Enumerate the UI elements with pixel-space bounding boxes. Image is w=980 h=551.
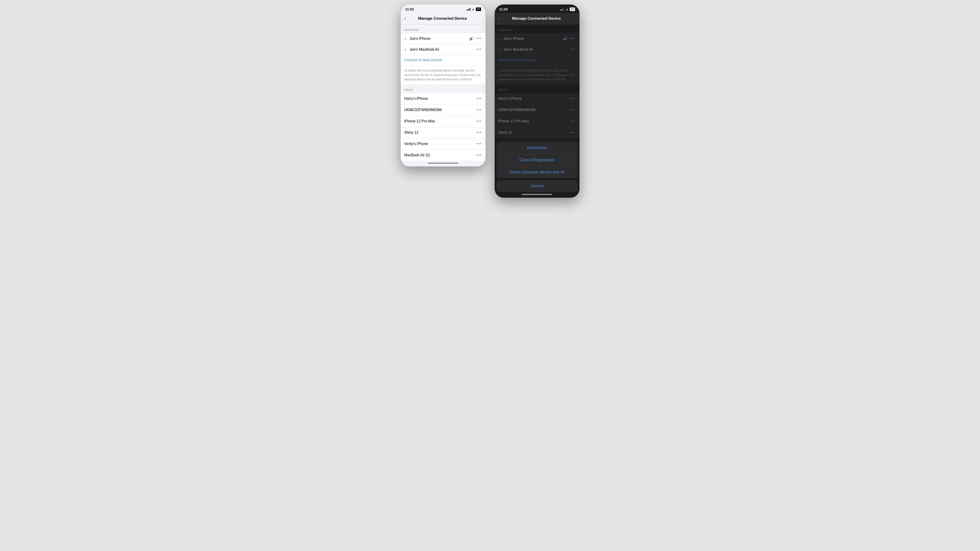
connected-device-item-2-right: 2. Joe's MacBook Air ••• — [495, 44, 579, 55]
switch-playback-label: Switch playback device and fix — [509, 170, 565, 175]
more-icon-1-right: ••• — [570, 36, 576, 41]
signal-icon — [466, 8, 471, 11]
info-text-left: To switch the music playback device manu… — [401, 65, 485, 84]
content-left: Connected 1. Joe's iPhone 🔊 ••• 2. Joe's… — [401, 24, 485, 161]
paired-more-1[interactable]: ••• — [476, 96, 482, 101]
home-bar-right — [522, 194, 552, 195]
disconnect-label: Disconnect — [527, 145, 547, 150]
left-phone: 11:53 ▲ 77 ‹ Manage Connected Device Con… — [401, 5, 485, 167]
paired-header-right: Paired — [495, 84, 579, 93]
nav-bar-right: ‹ Manage Connected Device — [495, 13, 579, 24]
paired-more-r3: ••• — [570, 119, 576, 124]
paired-device-name-6: MacBook Air (2) — [404, 153, 476, 157]
back-button-left[interactable]: ‹ — [404, 16, 406, 22]
cancel-button[interactable]: Cancel — [496, 180, 578, 192]
paired-device-macbook2[interactable]: MacBook Air (2) ••• — [401, 150, 485, 161]
connected-device-item-1-right: 1. Joe's iPhone 🔊 ••• — [495, 33, 579, 44]
battery-right: 77 — [570, 8, 575, 11]
status-icons-right: ▲ 77 — [560, 8, 575, 11]
paired-more-r2: ••• — [570, 108, 576, 113]
paired-header-left: Paired — [401, 84, 485, 93]
signal-bar-1 — [466, 10, 467, 11]
signal-bar-3 — [469, 9, 469, 11]
more-icon-1-left[interactable]: ••• — [476, 36, 482, 41]
switch-playback-button[interactable]: Switch playback device and fix — [496, 166, 578, 178]
device-number-2-right: 2. — [498, 48, 504, 51]
signal-bar-2 — [468, 9, 468, 11]
paired-device-name-4: Shiny 12 — [404, 130, 476, 135]
device-number-1-left: 1. — [404, 37, 410, 40]
paired-more-3[interactable]: ••• — [476, 119, 482, 124]
connected-header-right: Connected — [495, 24, 579, 33]
paired-device-veritys-iphone[interactable]: Verity's iPhone ••• — [401, 138, 485, 150]
paired-name-r1: Harry's iPhone — [498, 97, 570, 101]
paired-device-name-1: Harry's iPhone — [404, 97, 476, 101]
paired-more-5[interactable]: ••• — [476, 141, 482, 146]
paired-name-r2: UKMC02FW6B4MD6M — [498, 108, 570, 112]
home-indicator-right — [495, 192, 579, 198]
paired-device-iphone12[interactable]: iPhone 12 Pro Max ••• — [401, 116, 485, 127]
speaker-icon-right: 🔊 — [563, 37, 568, 41]
status-bar-right: 11:54 ▲ 77 — [495, 5, 579, 13]
paired-device-list-left: Harry's iPhone ••• UKMC02FW6B4MD6M ••• i… — [401, 93, 485, 161]
more-icon-2-left[interactable]: ••• — [476, 47, 482, 52]
signal-bar-r3 — [563, 9, 563, 11]
paired-more-r1: ••• — [570, 96, 576, 101]
signal-bar-r1 — [560, 10, 561, 11]
nav-title-right: Manage Connected Device — [503, 16, 570, 21]
paired-device-name-5: Verity's iPhone — [404, 142, 476, 146]
paired-device-harrys-iphone[interactable]: Harry's iPhone ••• — [401, 93, 485, 105]
signal-bar-r4 — [564, 8, 564, 11]
paired-device-r2: UKMC02FW6B4MD6M ••• — [495, 105, 579, 116]
action-sheet-container: Disconnect Cancel Registration Switch pl… — [495, 138, 579, 192]
connect-new-left[interactable]: Connect to New Device — [401, 55, 485, 65]
speaker-icon-left: 🔊 — [469, 37, 474, 41]
paired-device-ukmc[interactable]: UKMC02FW6B4MD6M ••• — [401, 105, 485, 116]
device-number-1-right: 1. — [498, 37, 504, 40]
paired-device-r3: iPhone 12 Pro Max ••• — [495, 116, 579, 127]
cancel-registration-button[interactable]: Cancel Registration — [496, 154, 578, 166]
right-phone: 11:54 ▲ 77 ‹ Manage Connected Device Con… — [495, 5, 579, 198]
connected-device-list-left: 1. Joe's iPhone 🔊 ••• 2. Joe's MacBook A… — [401, 33, 485, 84]
signal-bar-r2 — [562, 9, 562, 11]
device-number-2-left: 2. — [404, 48, 410, 51]
paired-name-r3: iPhone 12 Pro Max — [498, 119, 570, 123]
device-name-2-right: Joe's MacBook Air — [504, 48, 570, 52]
info-text-right: To switch the music playback device manu… — [495, 65, 579, 84]
time-left: 11:53 — [405, 7, 414, 11]
paired-device-name-3: iPhone 12 Pro Max — [404, 119, 476, 123]
nav-bar-left: ‹ Manage Connected Device — [401, 13, 485, 24]
status-icons-left: ▲ 77 — [466, 8, 481, 11]
paired-more-4[interactable]: ••• — [476, 130, 482, 135]
action-sheet: Disconnect Cancel Registration Switch pl… — [496, 142, 578, 178]
device-name-1-left: Joe's iPhone — [410, 37, 469, 41]
paired-device-shiny12[interactable]: Shiny 12 ••• — [401, 127, 485, 138]
wifi-icon-right: ▲ — [566, 8, 568, 11]
connect-new-right: Connect to New Device — [495, 55, 579, 65]
connected-header-left: Connected — [401, 24, 485, 33]
disconnect-button[interactable]: Disconnect — [496, 142, 578, 154]
paired-device-r1: Harry's iPhone ••• — [495, 93, 579, 105]
home-bar-left — [428, 163, 458, 164]
device-name-2-left: Joe's MacBook Air — [410, 48, 476, 52]
connected-device-item-2-left[interactable]: 2. Joe's MacBook Air ••• — [401, 44, 485, 55]
content-right: Connected 1. Joe's iPhone 🔊 ••• 2. Joe's… — [495, 24, 579, 192]
cancel-label: Cancel — [531, 184, 543, 188]
paired-more-6[interactable]: ••• — [476, 153, 482, 158]
paired-more-2[interactable]: ••• — [476, 108, 482, 113]
paired-name-r4: Shiny 12 — [498, 130, 570, 135]
signal-icon-right — [560, 8, 564, 11]
cancel-registration-label: Cancel Registration — [519, 158, 555, 162]
time-right: 11:54 — [499, 7, 508, 11]
paired-device-r4: Shiny 12 ••• — [495, 127, 579, 138]
status-bar-left: 11:53 ▲ 77 — [401, 5, 485, 13]
paired-device-list-right: Harry's iPhone ••• UKMC02FW6B4MD6M ••• i… — [495, 93, 579, 138]
dimmed-content: Connected 1. Joe's iPhone 🔊 ••• 2. Joe's… — [495, 24, 579, 138]
connected-device-item-1-left[interactable]: 1. Joe's iPhone 🔊 ••• — [401, 33, 485, 44]
device-name-1-right: Joe's iPhone — [504, 37, 563, 41]
connected-device-list-right: 1. Joe's iPhone 🔊 ••• 2. Joe's MacBook A… — [495, 33, 579, 84]
paired-device-name-2: UKMC02FW6B4MD6M — [404, 108, 476, 112]
more-icon-2-right: ••• — [570, 47, 576, 52]
wifi-icon: ▲ — [472, 8, 474, 11]
back-button-right[interactable]: ‹ — [498, 16, 500, 22]
